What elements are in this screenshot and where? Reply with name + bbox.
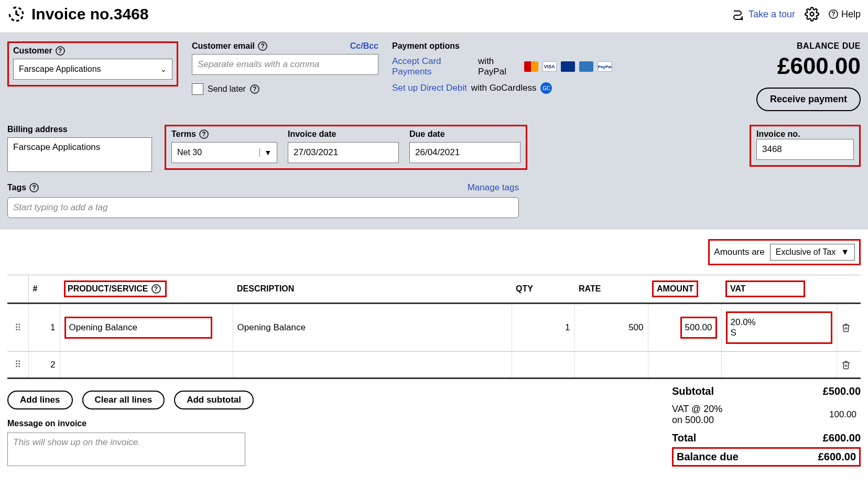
payment-options-title: Payment options: [392, 41, 612, 51]
customer-email-label: Customer email: [192, 41, 255, 51]
send-later-label: Send later: [208, 84, 246, 94]
vat-amount-input[interactable]: [748, 404, 861, 426]
col-rate: RATE: [574, 275, 648, 304]
customer-label: Customer: [13, 46, 52, 56]
help-icon[interactable]: ?: [258, 41, 267, 51]
gocardless-icon: GC: [540, 82, 552, 94]
balance-block: BALANCE DUE £600.00 Receive payment: [756, 41, 861, 111]
help-icon[interactable]: ?: [250, 84, 259, 94]
delete-row-button[interactable]: [837, 304, 861, 352]
subtotal-value: £500.00: [823, 385, 861, 397]
customer-email-input[interactable]: [198, 59, 373, 70]
invoice-date-label: Invoice date: [288, 129, 336, 139]
message-label: Message on invoice: [7, 419, 254, 428]
payment-options: Payment options Accept Card Payments wit…: [392, 41, 612, 99]
add-lines-button[interactable]: Add lines: [7, 391, 73, 409]
table-row[interactable]: ⠿ 1 Opening Balance Opening Balance 1 50…: [7, 304, 861, 352]
settings-button[interactable]: [805, 7, 819, 21]
due-date-label: Due date: [409, 129, 445, 139]
add-subtotal-button[interactable]: Add subtotal: [174, 391, 254, 409]
svg-point-0: [810, 13, 813, 16]
total-value: £600.00: [823, 432, 861, 444]
vat-line-label: VAT @ 20% on 500.00: [672, 404, 727, 426]
billing-address-input[interactable]: Farscape Applications: [7, 137, 152, 172]
history-icon: [7, 5, 25, 23]
customer-select[interactable]: Farscape Applications ⌄: [13, 59, 172, 80]
help-icon[interactable]: ?: [56, 46, 65, 56]
table-row[interactable]: ⠿ 2: [7, 352, 861, 379]
help-icon[interactable]: ?: [151, 284, 161, 294]
due-date-input[interactable]: [409, 142, 520, 163]
terms-dates-group: Terms ? Net 30 ▼ Invoice date Due date: [165, 125, 527, 170]
col-qty: QTY: [512, 275, 574, 304]
invoice-no-input[interactable]: [756, 139, 854, 160]
tags-input-wrap: [7, 197, 519, 218]
invoice-no-block: Invoice no.: [750, 125, 861, 167]
terms-label: Terms: [171, 129, 196, 139]
balance-due-line-label: Balance due: [677, 451, 739, 463]
receive-payment-button[interactable]: Receive payment: [756, 88, 861, 111]
billing-address-label: Billing address: [7, 125, 68, 134]
line-items-table: # PRODUCT/SERVICE ? DESCRIPTION QTY RATE…: [7, 275, 861, 379]
help-icon: ?: [829, 9, 838, 19]
visa-icon: VISA: [542, 61, 557, 72]
balance-due-line-value: £600.00: [818, 451, 856, 463]
chevron-down-icon: ▼: [841, 247, 849, 257]
tags-input[interactable]: [13, 202, 513, 213]
tags-label: Tags: [7, 183, 26, 192]
terms-select[interactable]: Net 30 ▼: [171, 142, 277, 163]
help-button[interactable]: ? Help: [829, 9, 861, 20]
col-product: PRODUCT/SERVICE ?: [60, 275, 233, 304]
invoice-date-input[interactable]: [288, 142, 399, 163]
col-vat: VAT: [721, 275, 837, 304]
help-icon[interactable]: ?: [29, 183, 39, 192]
page-title: Invoice no.3468: [31, 5, 148, 23]
drag-handle-icon[interactable]: ⠿: [7, 304, 28, 352]
delete-row-button[interactable]: [837, 352, 861, 379]
take-a-tour-link[interactable]: Take a tour: [731, 8, 795, 20]
tags-block: Tags ? Manage tags: [7, 182, 861, 218]
manage-tags-link[interactable]: Manage tags: [468, 182, 519, 193]
tour-icon: [731, 8, 745, 20]
balance-due-label: BALANCE DUE: [756, 41, 861, 51]
col-description: DESCRIPTION: [233, 275, 512, 304]
direct-debit-link[interactable]: Set up Direct Debit: [392, 83, 467, 93]
clear-all-lines-button[interactable]: Clear all lines: [82, 391, 165, 409]
amounts-are-label: Amounts are: [714, 247, 764, 257]
balance-due-amount: £600.00: [756, 53, 861, 79]
mastercard-icon: [524, 61, 538, 72]
totals-block: Subtotal £500.00 VAT @ 20% on 500.00 Tot…: [672, 382, 861, 467]
col-amount: AMOUNT: [648, 275, 721, 304]
amounts-are-select[interactable]: Exclusive of Tax ▼: [770, 244, 855, 261]
maestro-icon: [561, 61, 575, 72]
invoice-form-header: Customer ? Farscape Applications ⌄ Custo…: [0, 33, 868, 230]
amex-icon: [579, 61, 593, 72]
message-on-invoice-block: Message on invoice This will show up on …: [7, 419, 254, 466]
total-label: Total: [672, 432, 696, 444]
paypal-icon: PayPal: [598, 61, 612, 72]
help-icon[interactable]: ?: [199, 129, 209, 139]
customer-email-input-wrap: [192, 54, 378, 75]
send-later-checkbox[interactable]: [192, 83, 203, 95]
customer-email-block: Customer email ? Cc/Bcc Send later ?: [192, 41, 378, 95]
chevron-down-icon: ⌄: [160, 65, 167, 73]
page-header: Invoice no.3468 Take a tour ? Help: [0, 0, 868, 33]
billing-address-block: Billing address Farscape Applications: [7, 125, 152, 172]
message-textarea[interactable]: This will show up on the invoice.: [7, 433, 245, 466]
col-number: #: [28, 275, 60, 304]
invoice-no-label: Invoice no.: [756, 129, 800, 139]
invoice-lines-section: Amounts are Exclusive of Tax ▼ # PRODUCT…: [0, 230, 868, 476]
chevron-down-icon: ▼: [259, 148, 272, 157]
subtotal-label: Subtotal: [672, 385, 714, 397]
drag-handle-icon[interactable]: ⠿: [7, 352, 28, 379]
customer-block: Customer ? Farscape Applications ⌄: [7, 41, 178, 87]
accept-card-payments-link[interactable]: Accept Card Payments: [392, 56, 474, 77]
ccbcc-link[interactable]: Cc/Bcc: [350, 41, 378, 51]
